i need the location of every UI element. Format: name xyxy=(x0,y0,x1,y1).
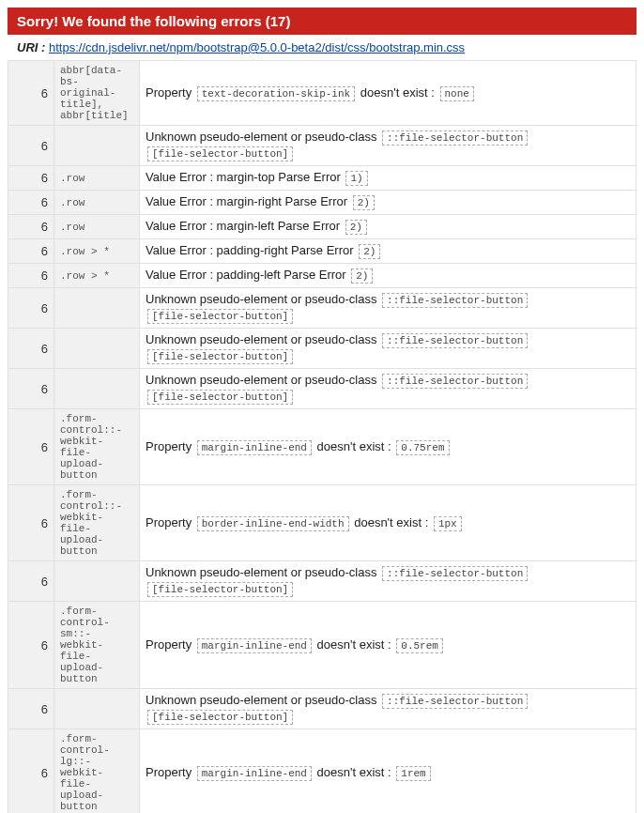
message-cell: Property margin-inline-end doesn't exist… xyxy=(140,729,636,814)
message-text: Value Error : margin-left Parse Error xyxy=(146,219,344,233)
message-cell: Unknown pseudo-element or pseudo-class :… xyxy=(140,689,636,729)
table-row: 6Unknown pseudo-element or pseudo-class … xyxy=(8,369,636,409)
message-text: Property xyxy=(146,439,195,453)
line-number: 6 xyxy=(8,561,54,602)
code-chip: 2) xyxy=(353,195,375,210)
message-cell: Property margin-inline-end doesn't exist… xyxy=(140,409,636,485)
line-number: 6 xyxy=(8,729,54,814)
selector-cell: .row > * xyxy=(54,239,140,264)
line-number: 6 xyxy=(8,485,54,561)
table-row: 6.form-control::-webkit-file-upload-butt… xyxy=(8,409,636,485)
code-chip: [file-selector-button] xyxy=(147,710,293,725)
table-row: 6Unknown pseudo-element or pseudo-class … xyxy=(8,689,636,729)
selector-cell xyxy=(54,329,140,369)
message-text: doesn't exist : xyxy=(314,765,394,779)
line-number: 6 xyxy=(8,329,54,369)
message-text: Property xyxy=(146,515,195,529)
selector-cell xyxy=(54,561,140,602)
line-number: 6 xyxy=(8,239,54,264)
message-cell: Unknown pseudo-element or pseudo-class :… xyxy=(140,561,636,602)
table-row: 6Unknown pseudo-element or pseudo-class … xyxy=(8,126,636,166)
code-chip: ::file-selector-button xyxy=(382,130,528,146)
selector-cell: .form-control-lg::-webkit-file-upload-bu… xyxy=(54,729,140,814)
code-chip: 0.5rem xyxy=(396,638,443,653)
message-cell: Unknown pseudo-element or pseudo-class :… xyxy=(140,126,636,166)
message-cell: Property margin-inline-end doesn't exist… xyxy=(140,602,636,689)
code-chip: 2) xyxy=(359,244,380,259)
message-text: Unknown pseudo-element or pseudo-class xyxy=(146,373,380,387)
table-row: 6Unknown pseudo-element or pseudo-class … xyxy=(8,288,636,329)
code-chip: 2) xyxy=(351,268,373,284)
line-number: 6 xyxy=(8,264,54,288)
code-chip: margin-inline-end xyxy=(197,440,312,455)
message-text: doesn't exist : xyxy=(314,637,394,652)
selector-cell: .row xyxy=(54,166,140,191)
selector-cell: .form-control::-webkit-file-upload-butto… xyxy=(54,485,140,561)
table-row: 6.form-control-lg::-webkit-file-upload-b… xyxy=(8,729,636,814)
message-cell: Value Error : margin-right Parse Error 2… xyxy=(140,191,636,215)
line-number: 6 xyxy=(8,602,54,689)
message-cell: Unknown pseudo-element or pseudo-class :… xyxy=(140,369,636,409)
code-chip: ::file-selector-button xyxy=(382,333,528,348)
message-text: Property xyxy=(146,85,195,100)
uri-label: URI : xyxy=(17,40,45,54)
message-text: Unknown pseudo-element or pseudo-class xyxy=(146,565,380,579)
code-chip: margin-inline-end xyxy=(197,766,312,781)
code-chip: ::file-selector-button xyxy=(382,293,528,308)
table-row: 6.rowValue Error : margin-right Parse Er… xyxy=(8,191,636,215)
code-chip: [file-selector-button] xyxy=(147,309,293,324)
code-chip: [file-selector-button] xyxy=(147,349,293,364)
selector-cell: .form-control::-webkit-file-upload-butto… xyxy=(54,409,140,485)
line-number: 6 xyxy=(8,288,54,329)
message-cell: Value Error : margin-left Parse Error 2) xyxy=(140,215,636,239)
message-text: Value Error : margin-top Parse Error xyxy=(146,170,344,184)
message-text: Value Error : margin-right Parse Error xyxy=(146,194,351,208)
message-text: Unknown pseudo-element or pseudo-class xyxy=(146,693,380,707)
line-number: 6 xyxy=(8,369,54,409)
message-cell: Unknown pseudo-element or pseudo-class :… xyxy=(140,329,636,369)
message-text: Value Error : padding-right Parse Error xyxy=(146,243,357,257)
table-row: 6.form-control::-webkit-file-upload-butt… xyxy=(8,485,636,561)
message-text: Property xyxy=(146,637,195,652)
message-cell: Value Error : padding-right Parse Error … xyxy=(140,239,636,264)
line-number: 6 xyxy=(8,409,54,485)
code-chip: ::file-selector-button xyxy=(382,694,528,709)
uri-row: URI : https://cdn.jsdelivr.net/npm/boots… xyxy=(8,35,636,60)
table-row: 6Unknown pseudo-element or pseudo-class … xyxy=(8,561,636,602)
uri-link[interactable]: https://cdn.jsdelivr.net/npm/bootstrap@5… xyxy=(49,40,465,54)
table-row: 6.rowValue Error : margin-left Parse Err… xyxy=(8,215,636,239)
code-chip: text-decoration-skip-ink xyxy=(197,86,355,101)
message-text: doesn't exist : xyxy=(357,85,437,100)
selector-cell: .row xyxy=(54,191,140,215)
message-text: Unknown pseudo-element or pseudo-class xyxy=(146,292,380,306)
selector-cell xyxy=(54,689,140,729)
table-row: 6Unknown pseudo-element or pseudo-class … xyxy=(8,329,636,369)
code-chip: [file-selector-button] xyxy=(147,146,293,161)
code-chip: 2) xyxy=(345,220,367,235)
code-chip: ::file-selector-button xyxy=(382,566,528,581)
table-row: 6.row > *Value Error : padding-right Par… xyxy=(8,239,636,264)
selector-cell xyxy=(54,288,140,329)
errors-table: 6abbr[data-bs-original-title], abbr[titl… xyxy=(8,60,636,813)
code-chip: 1px xyxy=(434,516,462,531)
line-number: 6 xyxy=(8,191,54,215)
code-chip: none xyxy=(440,86,474,101)
code-chip: margin-inline-end xyxy=(197,638,312,653)
table-row: 6.row > *Value Error : padding-left Pars… xyxy=(8,264,636,288)
selector-cell: .form-control-sm::-webkit-file-upload-bu… xyxy=(54,602,140,689)
message-text: Value Error : padding-left Parse Error xyxy=(146,268,349,282)
message-text: Unknown pseudo-element or pseudo-class xyxy=(146,130,380,144)
line-number: 6 xyxy=(8,689,54,729)
code-chip: ::file-selector-button xyxy=(382,374,528,389)
message-text: doesn't exist : xyxy=(351,515,432,529)
message-cell: Value Error : margin-top Parse Error 1) xyxy=(140,166,636,191)
selector-cell: abbr[data-bs-original-title], abbr[title… xyxy=(54,61,140,126)
selector-cell: .row xyxy=(54,215,140,239)
code-chip: [file-selector-button] xyxy=(147,390,293,405)
line-number: 6 xyxy=(8,166,54,191)
table-row: 6abbr[data-bs-original-title], abbr[titl… xyxy=(8,61,636,126)
error-header: Sorry! We found the following errors (17… xyxy=(8,8,636,35)
selector-cell: .row > * xyxy=(54,264,140,288)
code-chip: border-inline-end-width xyxy=(197,516,349,531)
message-text: doesn't exist : xyxy=(314,439,394,453)
